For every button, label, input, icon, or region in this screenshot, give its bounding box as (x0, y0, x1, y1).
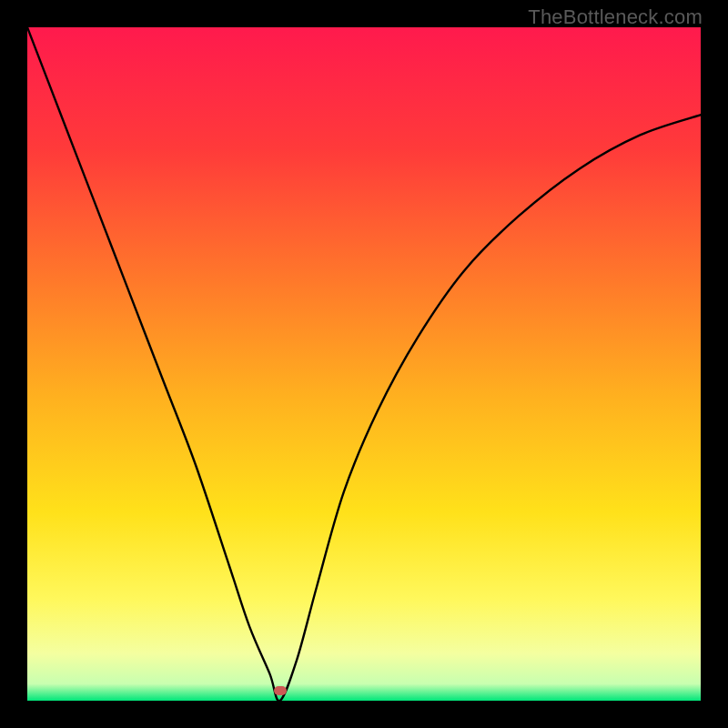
bottleneck-curve (27, 27, 701, 701)
watermark-text: TheBottleneck.com (528, 5, 703, 29)
plot-area (27, 27, 701, 701)
optimum-marker (274, 686, 287, 695)
chart-frame: TheBottleneck.com (0, 0, 728, 728)
